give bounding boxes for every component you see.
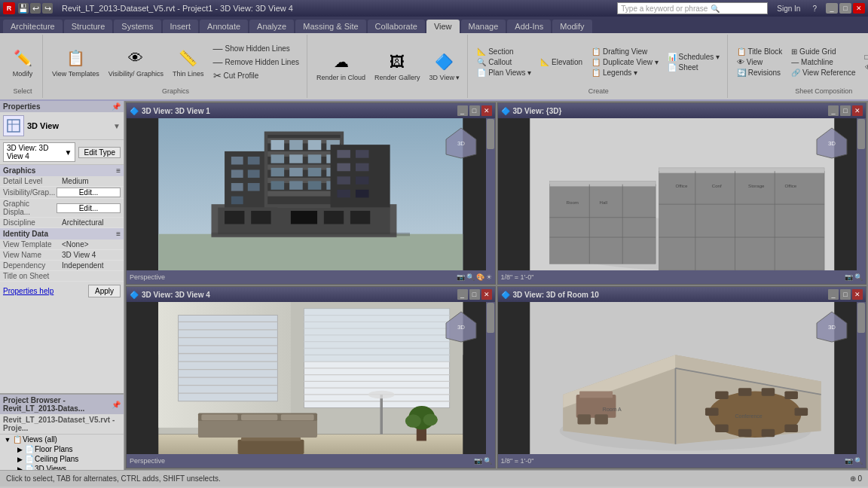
- guide-grid-btn[interactable]: ⊞ Guide Grid: [788, 47, 858, 56]
- tab-insert[interactable]: Insert: [163, 20, 199, 33]
- modify-btn[interactable]: ✏️ Modify: [8, 44, 38, 79]
- 3d-view-btn[interactable]: 🔷 3D View ▾: [426, 48, 463, 83]
- vp1-camera-icon[interactable]: 📷: [457, 273, 465, 281]
- vp2-close[interactable]: ✕: [852, 105, 863, 116]
- vp1-scrollbar-thumb[interactable]: [487, 119, 494, 149]
- apply-btn[interactable]: Apply: [88, 285, 121, 297]
- view-reference-btn[interactable]: 🔗 View Reference: [788, 68, 858, 78]
- prop-dropdown-arrow[interactable]: ▼: [113, 122, 121, 130]
- tree-floor-plans[interactable]: ▶ 📄 Floor Plans: [0, 444, 124, 454]
- vp1-render-icon[interactable]: 🎨: [476, 273, 484, 281]
- schedules-btn[interactable]: 📊 Schedules ▾: [665, 52, 723, 62]
- vp4-scrollbar-thumb[interactable]: [857, 303, 865, 333]
- tree-ceiling-plans[interactable]: ▶ 📄 Ceiling Plans: [0, 454, 124, 464]
- vp2-camera-icon[interactable]: 📷: [845, 273, 853, 281]
- viewport-2[interactable]: 🔷 3D View: {3D} _ □ ✕: [497, 102, 867, 285]
- viewport-4[interactable]: 🔷 3D View: 3D of Room 10 _ □ ✕: [497, 286, 867, 468]
- properties-help-link[interactable]: Properties help: [3, 287, 53, 295]
- graphics-collapse[interactable]: ≡: [116, 166, 121, 175]
- cut-profile-btn[interactable]: ✂ Cut Profile: [210, 69, 302, 82]
- close-btn[interactable]: ✕: [853, 3, 865, 14]
- scope-box-btn[interactable]: □ Scope Box: [862, 52, 868, 62]
- tab-architecture[interactable]: Architecture: [3, 20, 63, 33]
- properties-pin[interactable]: 📌: [112, 102, 121, 111]
- view-sc-btn[interactable]: 👁 View: [734, 57, 785, 67]
- vp2-zoom-icon[interactable]: 🔍: [854, 273, 863, 281]
- elevation-btn[interactable]: 📐 Elevation: [537, 57, 585, 67]
- vp3-minimize[interactable]: _: [457, 289, 468, 300]
- title-block-btn[interactable]: 📋 Title Block: [734, 47, 785, 56]
- remove-hidden-lines-btn[interactable]: — Remove Hidden Lines: [210, 56, 302, 69]
- tab-view[interactable]: View: [426, 20, 460, 33]
- vp4-nav-cube[interactable]: 3D: [813, 308, 851, 346]
- identity-collapse[interactable]: ≡: [116, 230, 121, 238]
- plan-views-btn[interactable]: 📄 Plan Views ▾: [474, 68, 534, 78]
- vp1-nav-cube[interactable]: 3D: [442, 124, 480, 162]
- tab-massing[interactable]: Massing & Site: [295, 20, 365, 33]
- show-hidden-lines-btn[interactable]: — Show Hidden Lines: [210, 42, 302, 55]
- vp3-maximize[interactable]: □: [469, 289, 480, 300]
- vp3-scrollbar[interactable]: [486, 302, 495, 454]
- graphic-display-btn[interactable]: Edit...: [57, 203, 121, 213]
- thin-lines-btn[interactable]: 📏 Thin Lines: [170, 44, 207, 79]
- tab-manage[interactable]: Manage: [461, 20, 506, 33]
- vp2-minimize[interactable]: _: [828, 105, 839, 116]
- vp3-camera-icon[interactable]: 📷: [474, 457, 482, 465]
- undo-btn[interactable]: ↩: [30, 3, 41, 14]
- vp3-close[interactable]: ✕: [481, 289, 492, 300]
- expand-3d-views[interactable]: ▶: [15, 465, 24, 471]
- vp2-scrollbar-thumb[interactable]: [857, 119, 865, 149]
- help-btn[interactable]: ?: [809, 5, 820, 13]
- duplicate-view-btn[interactable]: 📋 Duplicate View ▾: [588, 57, 662, 67]
- minimize-btn[interactable]: _: [826, 3, 838, 14]
- vp4-scrollbar[interactable]: [857, 302, 866, 454]
- expand-views-all[interactable]: ▼: [3, 436, 12, 444]
- revisions-btn[interactable]: 🔄 Revisions: [734, 68, 785, 78]
- vp2-nav-cube[interactable]: 3D: [813, 124, 851, 162]
- viewport-1[interactable]: 🔷 3D View: 3D View 1 _ □ ✕: [126, 102, 496, 285]
- edit-type-btn[interactable]: Edit Type: [78, 147, 121, 158]
- expand-ceiling-plans[interactable]: ▶: [15, 456, 24, 463]
- vp2-maximize[interactable]: □: [840, 105, 851, 116]
- tab-addins[interactable]: Add-Ins: [507, 20, 551, 33]
- render-cloud-btn[interactable]: ☁ Render in Cloud: [313, 48, 368, 83]
- tree-views-all[interactable]: ▼ 📋 Views (all): [0, 435, 124, 444]
- search-box[interactable]: Type a keyword or phrase 🔍: [617, 2, 768, 14]
- tab-systems[interactable]: Systems: [114, 20, 160, 33]
- project-browser-pin[interactable]: 📌: [112, 401, 121, 409]
- vp1-close[interactable]: ✕: [481, 105, 492, 116]
- tab-structure[interactable]: Structure: [64, 20, 113, 33]
- tab-collaborate[interactable]: Collaborate: [368, 20, 425, 33]
- vp4-close[interactable]: ✕: [852, 289, 863, 300]
- tab-analyze[interactable]: Analyze: [249, 20, 294, 33]
- redo-btn[interactable]: ↪: [42, 3, 53, 14]
- sign-in-btn[interactable]: Sign In: [774, 5, 803, 13]
- tree-3d-views[interactable]: ▶ 📄 3D Views: [0, 464, 124, 470]
- visibility-edit-btn[interactable]: Edit...: [57, 188, 121, 197]
- quick-access-btn[interactable]: 💾: [18, 3, 29, 14]
- expand-floor-plans[interactable]: ▶: [15, 446, 24, 453]
- vp1-minimize[interactable]: _: [457, 105, 468, 116]
- vp3-zoom-icon[interactable]: 🔍: [484, 457, 492, 465]
- vp4-zoom-icon[interactable]: 🔍: [854, 457, 863, 465]
- vp3-nav-cube[interactable]: 3D: [442, 308, 480, 346]
- tab-modify[interactable]: Modify: [552, 20, 591, 33]
- vp1-maximize[interactable]: □: [469, 105, 480, 116]
- render-gallery-btn[interactable]: 🖼 Render Gallery: [371, 48, 423, 83]
- view-templates-btn[interactable]: 📋 View Templates: [49, 44, 102, 79]
- vp4-minimize[interactable]: _: [828, 289, 839, 300]
- view-dropdown[interactable]: 3D View: 3D View 4 ▼: [3, 142, 75, 162]
- vp2-scrollbar[interactable]: [857, 118, 866, 270]
- maximize-btn[interactable]: □: [839, 3, 851, 14]
- vp4-maximize[interactable]: □: [840, 289, 851, 300]
- sheet-btn[interactable]: 📄 Sheet: [665, 63, 723, 72]
- tab-annotate[interactable]: Annotate: [200, 20, 248, 33]
- viewpoints-btn[interactable]: 👁 Viewpoints: [862, 63, 868, 72]
- viewport-3[interactable]: 🔷 3D View: 3D View 4 _ □ ✕: [126, 286, 496, 468]
- vp1-zoom-icon[interactable]: 🔍: [466, 273, 475, 281]
- legends-btn[interactable]: 📋 Legends ▾: [588, 68, 662, 78]
- section-btn[interactable]: 📐 Section: [474, 47, 534, 56]
- vp3-scrollbar-thumb[interactable]: [487, 303, 494, 333]
- vp1-scrollbar[interactable]: [486, 118, 495, 270]
- visibility-graphics-btn[interactable]: 👁 Visibility/ Graphics: [105, 44, 167, 79]
